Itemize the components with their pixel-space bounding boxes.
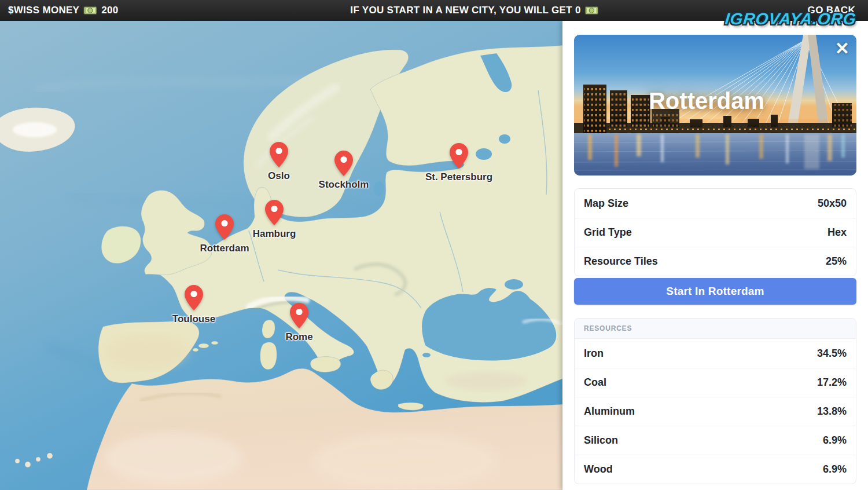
map-terrain: [0, 21, 562, 490]
city-marker-label: Rotterdam: [200, 243, 249, 254]
stat-row: Silicon 6.9%: [575, 426, 856, 455]
stat-value: 13.8%: [817, 405, 847, 418]
stat-value: Hex: [827, 226, 847, 239]
map-pin-icon[interactable]: [334, 151, 353, 176]
start-in-city-button[interactable]: Start In Rotterdam: [574, 278, 856, 305]
close-icon[interactable]: ✕: [835, 38, 849, 59]
map-pin-icon[interactable]: [450, 143, 468, 169]
map-pin-icon[interactable]: [265, 200, 284, 225]
map-pin-icon[interactable]: [215, 214, 234, 240]
stat-row: Map Size 50x50: [575, 189, 856, 218]
city-name-title: Rotterdam: [574, 88, 839, 114]
stat-value: 34.5%: [817, 348, 847, 360]
site-watermark: IGROVAYA.ORG: [724, 10, 858, 28]
city-marker-label: Toulouse: [172, 313, 215, 325]
city-marker-label: Stockholm: [319, 179, 369, 191]
stat-label: Iron: [584, 348, 604, 360]
stat-row: Aluminum 13.8%: [575, 397, 856, 426]
stat-row: Wood 6.9%: [575, 455, 856, 484]
money-status: $WISS MONEY 200: [8, 0, 119, 21]
stat-label: Coal: [584, 376, 606, 389]
stat-label: Map Size: [584, 198, 628, 210]
stat-value: 6.9%: [823, 434, 847, 447]
city-marker-label: Rome: [285, 331, 312, 343]
stat-label: Wood: [584, 463, 613, 476]
stat-value: 50x50: [818, 198, 847, 210]
stat-row: Coal 17.2%: [575, 368, 856, 397]
city-marker-label: Oslo: [268, 170, 290, 182]
map-pin-icon[interactable]: [185, 285, 203, 310]
stat-row: Iron 34.5%: [575, 339, 856, 368]
stat-value: 25%: [826, 255, 847, 268]
money-icon: [585, 6, 599, 15]
city-photo-card: Rotterdam ✕: [574, 35, 856, 175]
resources-card: RESOURCES Iron 34.5% Coal 17.2% Aluminum…: [574, 318, 856, 484]
stat-label: Silicon: [584, 434, 618, 447]
stat-value: 17.2%: [817, 376, 847, 389]
info-card: Map Size 50x50 Grid Type Hex Resource Ti…: [574, 188, 856, 276]
europe-map[interactable]: Oslo Stockholm St. Petersburg Hamburg Ro…: [0, 21, 562, 490]
stat-row: Grid Type Hex: [575, 218, 856, 247]
city-marker-label: St. Petersburg: [425, 171, 492, 183]
money-icon: [83, 6, 97, 15]
money-label: $WISS MONEY: [8, 5, 79, 16]
resources-header: RESOURCES: [575, 319, 856, 339]
stat-label: Aluminum: [584, 405, 635, 418]
stat-label: Grid Type: [584, 226, 632, 239]
city-panel: Rotterdam ✕ Map Size 50x50 Grid Type Hex…: [562, 21, 868, 490]
map-pin-icon[interactable]: [290, 303, 308, 328]
stat-value: 6.9%: [823, 463, 847, 476]
money-amount: 200: [101, 5, 118, 16]
stat-label: Resource Tiles: [584, 255, 658, 268]
new-city-message: IF YOU START IN A NEW CITY, YOU WILL GET…: [350, 0, 598, 21]
map-pin-icon[interactable]: [270, 142, 288, 167]
stat-row: Resource Tiles 25%: [575, 247, 856, 276]
city-marker-label: Hamburg: [253, 228, 296, 240]
